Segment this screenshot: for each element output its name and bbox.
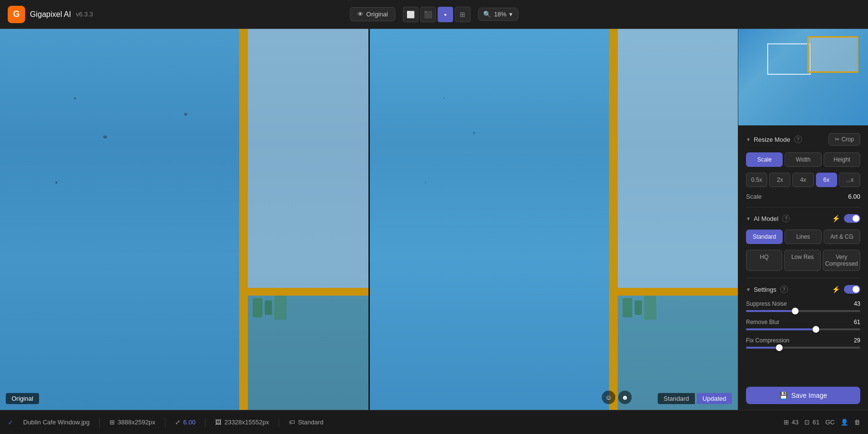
- model-hq-btn[interactable]: HQ: [746, 250, 782, 271]
- noise-status: 43: [792, 419, 799, 426]
- user-icon-item[interactable]: 👤: [841, 419, 848, 426]
- app-version: v6.3.3: [76, 11, 93, 18]
- fix-compression-label-row: Fix Compression 29: [746, 337, 860, 344]
- resize-mode-title: Resize Mode: [754, 136, 790, 143]
- remove-blur-thumb[interactable]: [813, 326, 819, 333]
- view-quad-btn[interactable]: ⊞: [455, 7, 470, 22]
- model-low-res-btn[interactable]: Low Res: [784, 250, 820, 271]
- status-sep-4: [279, 418, 279, 427]
- resize-mode-chevron-icon: ▼: [746, 137, 751, 142]
- settings-toggle[interactable]: [844, 285, 860, 294]
- noise-status-icon: ⊞: [784, 419, 789, 426]
- status-sep-2: [165, 418, 165, 427]
- zoom-control[interactable]: 🔍 18% ▾: [478, 8, 518, 21]
- scale-icon: ⤢: [175, 419, 180, 426]
- model-standard-btn[interactable]: Standard: [746, 230, 783, 244]
- scale-4x-btn[interactable]: 4x: [792, 173, 814, 187]
- resize-width-btn[interactable]: Width: [785, 152, 821, 167]
- model-very-compressed-btn[interactable]: Very Compressed: [823, 250, 860, 271]
- settings-chevron-icon: ▼: [746, 287, 751, 292]
- divider-1: [746, 207, 860, 207]
- plant-r: [623, 298, 632, 317]
- scale-custom-btn[interactable]: ...x: [839, 173, 860, 187]
- ai-model-section: ▼ AI Model ? ⚡ Standard Lines Art & CG: [746, 214, 860, 271]
- ai-model-toggle[interactable]: [844, 214, 860, 223]
- output-size: 23328x15552px: [224, 419, 269, 426]
- plant-r: [635, 300, 642, 315]
- badge-updated: Updated: [697, 393, 732, 404]
- model-lines-btn[interactable]: Lines: [785, 230, 821, 244]
- window-glass-right: [618, 29, 738, 296]
- original-image-panel: Original: [0, 29, 368, 410]
- window-border-vertical: [239, 29, 248, 410]
- eye-icon: 👁: [357, 11, 364, 18]
- ai-model-header: ▼ AI Model ? ⚡: [746, 214, 860, 223]
- resize-height-btn[interactable]: Height: [824, 152, 860, 167]
- blur-status-item: ⊡ 61: [804, 419, 819, 426]
- ai-model-help-icon[interactable]: ?: [782, 215, 790, 222]
- suppress-noise-label-row: Suppress Noise 43: [746, 300, 860, 307]
- original-button[interactable]: 👁 Original: [350, 7, 395, 21]
- model-art-cg-btn[interactable]: Art & CG: [824, 230, 860, 244]
- scale-value: 6.00: [848, 193, 860, 200]
- fix-compression-value: 29: [854, 337, 860, 344]
- settings-help-icon[interactable]: ?: [780, 285, 788, 293]
- compare-icon-1[interactable]: ☺: [602, 391, 615, 404]
- panel-badges: Standard Updated: [658, 393, 732, 404]
- fix-compression-fill: [746, 347, 779, 349]
- suppress-noise-thumb[interactable]: [792, 308, 799, 314]
- save-image-button[interactable]: 💾 Save Image: [746, 387, 860, 404]
- scale-display: 6.00: [183, 419, 195, 426]
- compare-icons: ☺ ☻: [602, 391, 632, 404]
- lightning-icon: ⚡: [832, 215, 840, 222]
- delete-icon-item[interactable]: 🗑: [854, 419, 860, 426]
- app-logo-icon: G: [8, 6, 25, 23]
- thumbnail-nav-box[interactable]: [767, 43, 811, 75]
- suppress-noise-value: 43: [854, 300, 860, 307]
- badge-standard: Standard: [658, 393, 695, 404]
- resize-mode-header: ▼ Resize Mode ? ✂ Crop: [746, 133, 860, 146]
- canvas-area: Original: [0, 29, 738, 410]
- texture-detail: [103, 136, 107, 138]
- scale-6x-btn[interactable]: 6x: [816, 173, 837, 187]
- window-frame-left: [239, 29, 368, 410]
- compare-icon-2[interactable]: ☻: [618, 391, 632, 404]
- zoom-level: 18%: [494, 11, 506, 18]
- view-single-btn[interactable]: ⬜: [403, 7, 418, 22]
- divider-2: [746, 278, 860, 278]
- status-bar: ✓ Dublin Cafe Window.jpg ⊞ 3888x2592px ⤢…: [0, 410, 868, 434]
- crop-button[interactable]: ✂ Crop: [828, 133, 860, 146]
- title-bar: G Gigapixel AI v6.3.3 👁 Original ⬜ ⬛ ▪ ⊞…: [0, 0, 868, 29]
- resize-mode-section: ▼ Resize Mode ? ✂ Crop Scale Width Heigh…: [746, 133, 860, 200]
- suppress-noise-label: Suppress Noise: [746, 300, 787, 307]
- resize-scale-btn[interactable]: Scale: [746, 152, 783, 167]
- texture-detail: [55, 181, 57, 184]
- resize-mode-help-icon[interactable]: ?: [794, 136, 802, 143]
- remove-blur-track[interactable]: [746, 328, 860, 330]
- check-icon: ✓: [8, 419, 14, 426]
- scale-0-5x-btn[interactable]: 0.5x: [746, 173, 767, 187]
- plant: [265, 300, 272, 315]
- original-label: Original: [6, 393, 39, 404]
- fix-compression-track[interactable]: [746, 347, 860, 349]
- settings-section: ▼ Settings ? ⚡ Suppress Noise 43: [746, 285, 860, 349]
- resize-mode-actions: ✂ Crop: [828, 133, 860, 146]
- grading-item: GC: [826, 419, 835, 426]
- toolbar-center: 👁 Original ⬜ ⬛ ▪ ⊞ 🔍 18% ▾: [350, 7, 518, 22]
- texture-detail: [473, 132, 475, 134]
- scale-item: ⤢ 6.00: [175, 419, 195, 426]
- ai-model-row2: HQ Low Res Very Compressed: [746, 250, 860, 271]
- original-size-icon: ⊞: [109, 419, 115, 426]
- plants-area: [248, 296, 368, 410]
- scale-2x-btn[interactable]: 2x: [769, 173, 790, 187]
- noise-status-item: ⊞ 43: [784, 419, 799, 426]
- fix-compression-thumb[interactable]: [776, 344, 783, 351]
- scale-multipliers: 0.5x 2x 4x 6x ...x: [746, 173, 860, 187]
- texture-detail: [443, 97, 445, 99]
- suppress-noise-track[interactable]: [746, 310, 860, 312]
- remove-blur-fill: [746, 328, 816, 330]
- view-split-v-btn[interactable]: ⬛: [420, 7, 435, 22]
- remove-blur-label-row: Remove Blur 61: [746, 319, 860, 326]
- view-split-h-btn[interactable]: ▪: [437, 7, 453, 22]
- window-border-horizontal: [248, 288, 368, 296]
